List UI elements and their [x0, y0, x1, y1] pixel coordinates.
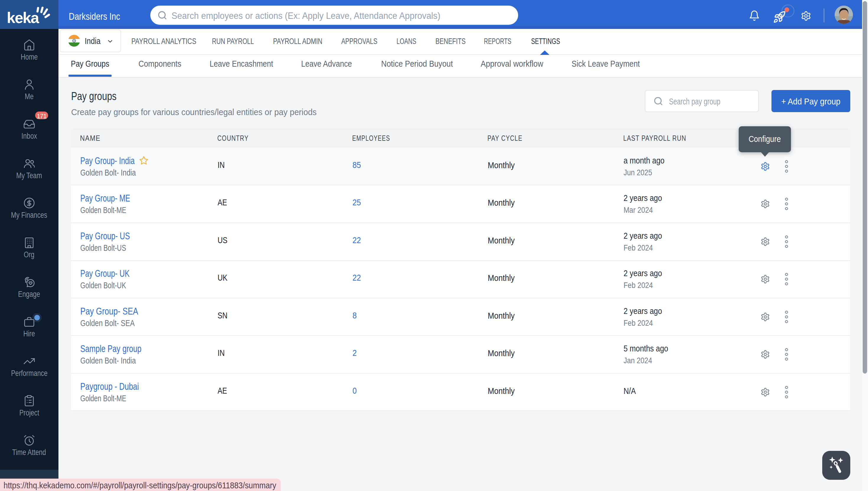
svg-text:keka: keka	[7, 9, 39, 26]
